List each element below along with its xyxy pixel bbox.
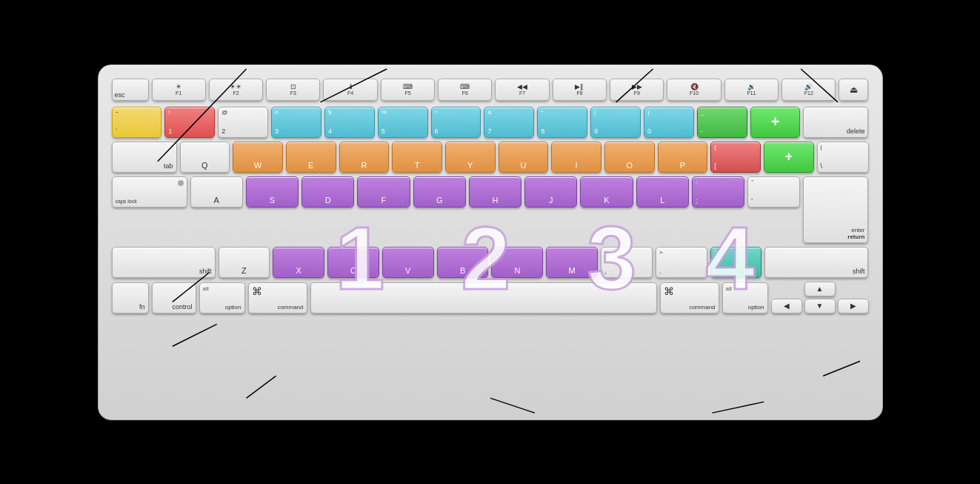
key-u[interactable]: U [499, 142, 549, 173]
0-top: ) [647, 110, 650, 116]
n-label: N [514, 266, 520, 275]
key-slash[interactable]: ? / [710, 247, 762, 278]
key-option-right[interactable]: alt option [722, 282, 768, 314]
h-label: H [492, 196, 498, 205]
key-1[interactable]: ! 1 [164, 107, 215, 138]
key-option-left[interactable]: alt option [199, 282, 245, 314]
key-f4[interactable]: ℹ F4 [323, 79, 377, 101]
key-6[interactable]: ^ 6 [431, 107, 481, 138]
tilde-bottom: ` [116, 128, 118, 135]
key-f12[interactable]: 🔊 F12 [781, 79, 836, 101]
key-2[interactable]: @ 2 [218, 107, 268, 138]
key-shift-left[interactable]: shift [112, 247, 216, 278]
key-r[interactable]: R [339, 142, 390, 173]
key-p[interactable]: P [658, 142, 708, 173]
key-comma[interactable]: < , [601, 247, 653, 278]
key-9[interactable]: ( 9 [590, 107, 641, 138]
key-b[interactable]: B [437, 247, 489, 278]
f3-icon: ⊡ [290, 83, 296, 90]
key-command-left[interactable]: ⌘ command [248, 282, 307, 314]
key-v[interactable]: V [382, 247, 434, 278]
key-4[interactable]: $ 4 [324, 107, 375, 138]
key-5[interactable]: % 5 [378, 107, 428, 138]
minus-bottom: - [701, 128, 703, 135]
key-7[interactable]: & 7 [484, 107, 534, 138]
key-z[interactable]: Z [219, 247, 270, 278]
key-q[interactable]: Q [180, 142, 230, 173]
key-t[interactable]: T [392, 142, 442, 173]
key-equals[interactable]: + [750, 107, 801, 138]
key-arrow-down[interactable]: ▼ [804, 299, 836, 314]
key-backslash[interactable]: | \ [817, 142, 869, 173]
key-e[interactable]: E [286, 142, 336, 173]
key-h[interactable]: H [469, 176, 521, 208]
7-bottom: 7 [487, 128, 491, 135]
keyboard-diagram: esc ☀ F1 ☀☀ F2 ⊡ F3 ℹ F4 [83, 50, 898, 435]
key-command-right[interactable]: ⌘ command [660, 282, 719, 314]
key-period[interactable]: > . [656, 247, 707, 278]
key-lbracket[interactable]: { [ [710, 142, 761, 173]
6-top: ^ [435, 110, 438, 116]
rbracket-label: + [784, 149, 793, 165]
key-o[interactable]: O [604, 142, 655, 173]
key-j[interactable]: J [524, 176, 577, 208]
key-s[interactable]: S [246, 176, 299, 208]
1-bottom: 1 [168, 128, 172, 135]
key-x[interactable]: X [273, 247, 324, 278]
key-eject[interactable]: ⏏ [839, 79, 868, 101]
key-tab[interactable]: tab [112, 142, 177, 173]
key-0[interactable]: ) 0 [644, 107, 694, 138]
key-semicolon[interactable]: : ; [692, 176, 744, 208]
key-n[interactable]: N [491, 247, 543, 278]
equals-label: + [771, 113, 780, 130]
key-rbracket[interactable]: + [764, 142, 814, 173]
key-f8[interactable]: ▶‖ F8 [553, 79, 607, 101]
key-8[interactable]: * 8 [537, 107, 587, 138]
key-arrow-left[interactable]: ◀ [771, 299, 802, 314]
key-arrow-up[interactable]: ▲ [804, 282, 836, 296]
key-y[interactable]: Y [445, 142, 496, 173]
f11-label: F11 [747, 90, 756, 96]
key-control[interactable]: control [152, 282, 196, 314]
key-l[interactable]: L [636, 176, 689, 208]
key-fn[interactable]: fn [112, 282, 149, 314]
key-minus[interactable]: _ - [697, 107, 747, 138]
key-return[interactable]: enter return [803, 176, 868, 243]
2-bottom: 2 [221, 128, 225, 135]
minus-top: _ [701, 110, 704, 116]
key-i[interactable]: I [551, 142, 601, 173]
key-delete[interactable]: delete [803, 107, 868, 138]
key-f10[interactable]: 🔇 F10 [667, 79, 721, 101]
key-f6[interactable]: ⌨ F6 [438, 79, 492, 101]
key-g[interactable]: G [413, 176, 466, 208]
period-top: > [659, 250, 663, 256]
key-f2[interactable]: ☀☀ F2 [209, 79, 263, 101]
key-f1[interactable]: ☀ F1 [152, 79, 206, 101]
key-w[interactable]: W [233, 142, 283, 173]
key-f7[interactable]: ◀◀ F7 [495, 79, 549, 101]
key-space[interactable] [310, 282, 657, 314]
key-f11[interactable]: 🔉 F11 [724, 79, 779, 101]
key-f5[interactable]: ⌨ F5 [381, 79, 435, 101]
key-tilde[interactable]: ~ ` [112, 107, 162, 138]
key-c[interactable]: C [327, 247, 379, 278]
key-a[interactable]: A [190, 176, 243, 208]
key-arrow-right[interactable]: ▶ [838, 299, 869, 314]
f1-label: F1 [176, 90, 181, 96]
key-m[interactable]: M [546, 247, 598, 278]
bottom-row: fn control alt option ⌘ command ⌘ comman… [112, 282, 869, 314]
key-f9[interactable]: ▶▶ F9 [610, 79, 664, 101]
key-f[interactable]: F [357, 176, 410, 208]
f10-icon: 🔇 [690, 83, 699, 90]
key-d[interactable]: D [301, 176, 354, 208]
s-label: S [270, 196, 275, 205]
key-k[interactable]: K [580, 176, 633, 208]
f6-icon: ⌨ [460, 83, 470, 90]
key-3[interactable]: # 3 [271, 107, 321, 138]
key-f3[interactable]: ⊡ F3 [266, 79, 320, 101]
key-shift-right[interactable]: shift [764, 247, 868, 278]
key-quote[interactable]: " ' [747, 176, 800, 208]
q-label: Q [201, 161, 208, 170]
key-esc[interactable]: esc [112, 79, 149, 101]
key-caps-lock[interactable]: caps lock [112, 176, 187, 208]
